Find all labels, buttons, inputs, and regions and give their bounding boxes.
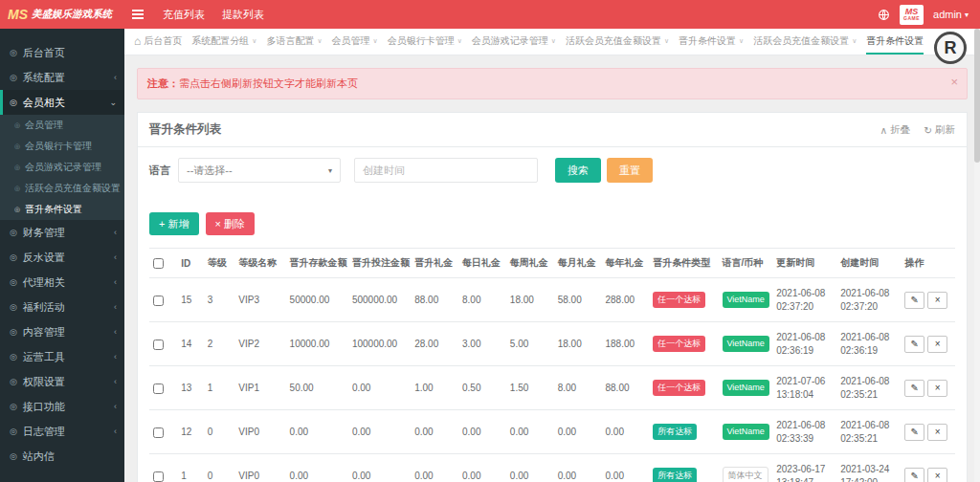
breadcrumb-item[interactable]: ⌂后台首页	[134, 29, 182, 55]
circle-icon: ◎	[10, 252, 17, 262]
sidebar-subitem-active-member-recharge[interactable]: ◎活跃会员充值金额设置	[0, 178, 124, 199]
sidebar-subitem-label: 活跃会员充值金额设置	[25, 182, 121, 195]
edit-row-button[interactable]: ✎	[904, 336, 924, 353]
cell-bonus: 1.00	[411, 366, 458, 410]
sidebar-item-welfare[interactable]: ◎福利活动‹	[0, 295, 124, 319]
delete-row-button[interactable]: ×	[927, 336, 947, 353]
table-body: 153VIP350000.00500000.0088.008.0018.0058…	[149, 278, 955, 482]
row-checkbox[interactable]	[153, 296, 164, 306]
breadcrumb-item[interactable]: 会员管理∨	[332, 29, 378, 55]
delete-row-button[interactable]: ×	[927, 380, 947, 397]
breadcrumb-item[interactable]: 活跃会员充值金额设置∨	[753, 29, 857, 55]
cell-id: 1	[177, 454, 203, 482]
refresh-button[interactable]: ↻刷新	[924, 123, 955, 137]
condition-type-badge: 任一个达标	[653, 336, 705, 351]
sidebar-subitem-member-bank-card[interactable]: ◎会员银行卡管理	[0, 136, 124, 157]
language-select-value: --请选择--	[187, 164, 233, 178]
edit-row-button[interactable]: ✎	[904, 380, 924, 397]
cell-name: VIP2	[234, 322, 285, 366]
row-checkbox[interactable]	[153, 471, 164, 482]
breadcrumb-item[interactable]: 晋升条件设置∨	[679, 29, 744, 55]
cell-id: 14	[177, 322, 203, 366]
top-tab[interactable]: 充值列表	[163, 8, 205, 22]
edit-row-button[interactable]: ✎	[904, 424, 924, 441]
close-icon[interactable]: ×	[950, 75, 958, 89]
sidebar-item-logs[interactable]: ◎日志管理‹	[0, 419, 124, 444]
sidebar-item-finance[interactable]: ◎财务管理‹	[0, 220, 124, 245]
breadcrumb-item[interactable]: 晋升条件设置	[866, 29, 924, 55]
sidebar-submenu: ◎会员管理◎会员银行卡管理◎会员游戏记录管理◎活跃会员充值金额设置◎晋升条件设置	[0, 115, 124, 220]
breadcrumb-item[interactable]: 会员游戏记录管理∨	[472, 29, 556, 55]
language-badge: VietName	[723, 336, 769, 351]
edit-row-button[interactable]: ✎	[904, 468, 924, 482]
sidebar-item-member[interactable]: ◎会员相关⌄	[0, 90, 124, 115]
cell-bet: 0.00	[348, 454, 411, 482]
create-time-input[interactable]	[354, 158, 538, 183]
cell-bonus: 28.00	[411, 322, 458, 366]
user-menu[interactable]: admin ▾	[933, 9, 969, 20]
notice-prefix: 注意：	[147, 77, 179, 89]
reset-button[interactable]: 重置	[607, 158, 653, 183]
breadcrumb-item[interactable]: 活跃会员充值金额设置∨	[566, 29, 669, 55]
menu-toggle-icon[interactable]	[124, 0, 151, 29]
cell-updated: 2021-07-06 13:18:04	[772, 366, 836, 410]
sidebar-item-content[interactable]: ◎内容管理‹	[0, 319, 124, 344]
sidebar-item-label: 反水设置	[23, 251, 65, 265]
cell-created: 2021-06-08 02:35:21	[836, 366, 901, 410]
sidebar-item-home[interactable]: ◎后台首页	[0, 40, 124, 65]
language-globe-icon[interactable]	[878, 9, 890, 21]
row-checkbox[interactable]	[153, 340, 164, 350]
delete-row-button[interactable]: ×	[927, 424, 947, 441]
cell-yearly: 0.00	[602, 454, 650, 482]
logo-monogram: MS	[8, 7, 28, 22]
collapse-button[interactable]: ∧折叠	[880, 123, 911, 137]
language-select[interactable]: --请选择-- ▾	[178, 158, 341, 183]
sidebar-item-label: 系统配置	[23, 71, 65, 85]
sidebar-item-rebate[interactable]: ◎反水设置‹	[0, 245, 124, 270]
sidebar-subitem-promotion-condition[interactable]: ◎晋升条件设置	[0, 199, 124, 220]
top-tab[interactable]: 提款列表	[222, 8, 264, 22]
breadcrumb-item[interactable]: 系统配置分组∨	[191, 29, 256, 55]
delete-row-button[interactable]: ×	[927, 292, 947, 309]
sidebar-subitem-member-game-records[interactable]: ◎会员游戏记录管理	[0, 157, 124, 178]
edit-row-button[interactable]: ✎	[904, 292, 924, 309]
sidebar-item-operation-tools[interactable]: ◎运营工具‹	[0, 344, 124, 369]
sidebar-subitem-member-manage[interactable]: ◎会员管理	[0, 115, 124, 136]
delete-row-button[interactable]: ×	[927, 468, 947, 482]
promotion-panel: 晋升条件列表 ∧折叠 ↻刷新 语言 --请选择-- ▾ 搜索 重置 + 新增 ×…	[137, 112, 968, 482]
breadcrumb-item[interactable]: 会员银行卡管理∨	[388, 29, 462, 55]
panel-header: 晋升条件列表 ∧折叠 ↻刷新	[138, 113, 967, 147]
caret-down-icon: ∨	[457, 37, 462, 45]
cell-updated: 2021-06-08 02:33:39	[772, 410, 836, 454]
language-badge: VietName	[723, 424, 769, 439]
row-checkbox[interactable]	[153, 383, 164, 394]
chevron-left-icon: ‹	[114, 228, 117, 237]
table-row: 131VIP150.000.001.000.501.508.0088.00任一个…	[149, 366, 955, 410]
chevron-left-icon: ‹	[114, 73, 117, 82]
sidebar-item-api[interactable]: ◎接口功能‹	[0, 394, 124, 419]
row-checkbox[interactable]	[153, 427, 164, 438]
sidebar-item-mail[interactable]: ◎站内信	[0, 444, 124, 469]
breadcrumb-label: 晋升条件设置	[679, 34, 736, 48]
cell-id: 15	[177, 278, 203, 322]
delete-button[interactable]: × 删除	[206, 212, 256, 235]
sidebar-item-permission[interactable]: ◎权限设置‹	[0, 369, 124, 394]
scrollbar[interactable]	[974, 29, 980, 482]
circle-icon: ◎	[10, 277, 17, 287]
sidebar-item-system-config[interactable]: ◎系统配置‹	[0, 65, 124, 90]
sidebar-item-agent[interactable]: ◎代理相关‹	[0, 270, 124, 295]
caret-down-icon: ▾	[328, 166, 332, 175]
cell-id: 12	[177, 410, 203, 454]
breadcrumb-label: 系统配置分组	[191, 34, 249, 48]
sidebar-item-label: 后台首页	[23, 46, 65, 60]
select-all-checkbox[interactable]	[153, 258, 164, 269]
cell-bet: 500000.00	[348, 278, 411, 322]
breadcrumb-item[interactable]: 多语言配置∨	[266, 29, 322, 55]
cell-created: 2021-06-08 02:35:21	[836, 410, 901, 454]
scrollbar-thumb[interactable]	[974, 29, 980, 163]
cell-daily: 3.00	[458, 322, 506, 366]
condition-type-badge: 所有达标	[653, 468, 697, 482]
sidebar-item-label: 运营工具	[23, 350, 65, 364]
add-button[interactable]: + 新增	[149, 212, 199, 235]
search-button[interactable]: 搜索	[555, 158, 601, 183]
